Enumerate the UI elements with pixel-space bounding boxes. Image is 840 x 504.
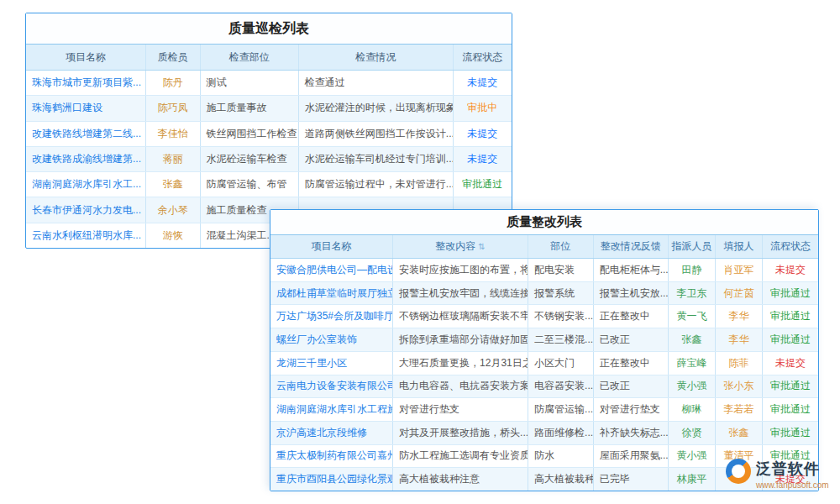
part: 不锈钢安装... <box>528 305 594 328</box>
status-badge: 审批通过 <box>454 172 512 197</box>
part: 防水 <box>528 445 594 468</box>
status-badge: 未提交 <box>763 259 818 281</box>
project-link[interactable]: 万达广场35#会所及咖啡厅空... <box>270 305 393 328</box>
rectify-content: 电力电容器、电抗器安装方案... <box>393 375 528 398</box>
status-badge: 未提交 <box>454 122 512 146</box>
fanpu-logo: 泛普软件 www.fanpusoft.com <box>726 459 829 490</box>
inspector-name: 蒋丽 <box>146 147 201 171</box>
reporter-name: 李华 <box>716 305 763 328</box>
reporter-name: 陈菲 <box>716 352 763 375</box>
column-header-project: 项目名称 <box>26 45 146 70</box>
project-link[interactable]: 重庆市酉阳县公园绿化景观提... <box>270 468 393 491</box>
rectify-content: 对其及开展整改措施，桥头... <box>393 422 528 444</box>
project-link[interactable]: 珠海市城市更新项目紫... <box>26 71 146 95</box>
table-row: 京沪高速北京段维修 对其及开展整改措施，桥头... 路面维修检... 补齐缺失标… <box>270 422 818 445</box>
inspector-name: 陈丹 <box>146 71 201 95</box>
column-header-status: 流程状态 <box>454 45 512 70</box>
column-header-content[interactable]: 整改内容 ⇅ <box>393 235 528 258</box>
fanpu-brand-name: 泛普软件 <box>756 459 829 479</box>
feedback: 屋面采用聚氨... <box>594 445 669 468</box>
project-link[interactable]: 重庆太极制药有限公司嘉州中... <box>270 445 393 468</box>
rectify-content: 高大植被栽种注意 <box>393 468 528 491</box>
part: 小区大门 <box>528 352 594 375</box>
status-badge: 审批中 <box>454 96 512 120</box>
assignee-name: 黄小强 <box>669 375 716 398</box>
rectification-table-header: 项目名称 整改内容 ⇅ 部位 整改情况反馈 指派人员 填报人 流程状态 <box>270 235 818 259</box>
feedback: 配电柜柜体与... <box>594 259 669 281</box>
table-row: 螺丝厂办公室装饰 拆除到承重墙部分请做好加固... 二至三楼混... 已改正 张… <box>270 328 818 352</box>
status-badge: 审批通过 <box>763 375 818 398</box>
table-row: 安徽合肥供电公司—配电设备... 安装时应按施工图的布置，将... 配电安装 配… <box>270 259 818 282</box>
assignee-name: 林康平 <box>669 468 716 491</box>
check-part: 铁丝网围挡工作检查 <box>201 122 299 146</box>
part: 路面维修检... <box>528 422 594 444</box>
column-header-project: 项目名称 <box>270 235 393 258</box>
feedback: 已完毕 <box>594 468 669 491</box>
feedback: 补齐缺失标志... <box>594 422 669 444</box>
column-header-assignee: 指派人员 <box>669 235 716 258</box>
check-part: 施工质量事故 <box>201 96 299 120</box>
check-part: 防腐管运输、布管 <box>201 172 299 197</box>
project-link[interactable]: 成都杜甫草堂临时展厅独立展... <box>270 282 393 305</box>
assignee-name: 李卫东 <box>669 282 716 305</box>
part: 防腐管运输... <box>528 398 594 421</box>
project-link[interactable]: 螺丝厂办公室装饰 <box>270 328 393 351</box>
fanpu-website: www.fanpusoft.com <box>756 480 829 490</box>
check-situation: 水泥砼运输车司机经过专门培训... <box>299 147 454 171</box>
project-link[interactable]: 湖南洞庭湖水库引水工... <box>26 172 146 197</box>
project-link[interactable]: 长春市伊通河水力发电... <box>26 197 146 222</box>
part: 电容器安装... <box>528 375 594 398</box>
inspector-name: 游恢 <box>146 223 201 248</box>
project-link[interactable]: 改建铁路成渝线增建第... <box>26 147 146 171</box>
check-situation: 水泥砼灌注的时候，出现离析现象 <box>299 96 454 120</box>
table-row: 湖南洞庭湖水库引水工... 张鑫 防腐管运输、布管 防腐管运输过程中，未对管进行… <box>26 172 512 197</box>
assignee-name: 张鑫 <box>669 328 716 351</box>
project-link[interactable]: 珠海鹤洲口建设 <box>26 96 146 120</box>
assignee-name: 黄小强 <box>669 445 716 468</box>
project-link[interactable]: 安徽合肥供电公司—配电设备... <box>270 259 393 281</box>
part: 二至三楼混... <box>528 328 594 351</box>
table-row: 云南电力设备安装有限公司20... 电力电容器、电抗器安装方案... 电容器安装… <box>270 375 818 399</box>
rectification-table-body: 安徽合肥供电公司—配电设备... 安装时应按施工图的布置，将... 配电安装 配… <box>270 259 818 491</box>
reporter-name: 何芷茵 <box>716 282 763 305</box>
column-header-feedback: 整改情况反馈 <box>594 235 669 258</box>
assignee-name: 薛宝峰 <box>669 352 716 375</box>
column-header-reporter: 填报人 <box>716 235 763 258</box>
reporter-name: 李华 <box>716 328 763 351</box>
feedback: 已改正 <box>594 328 669 351</box>
column-header-check-part: 检查部位 <box>201 45 299 70</box>
reporter-name: 肖亚军 <box>716 259 763 281</box>
table-row: 万达广场35#会所及咖啡厅空... 不锈钢边框玻璃隔断安装不牢... 不锈钢安装… <box>270 305 818 328</box>
column-header-check-situation: 检查情况 <box>299 45 454 70</box>
rectify-content: 大理石质量更换，12月31日之... <box>393 352 528 375</box>
assignee-name: 柳琳 <box>669 398 716 421</box>
project-link[interactable]: 云南电力设备安装有限公司20... <box>270 375 393 398</box>
column-header-content-label: 整改内容 <box>435 239 475 254</box>
project-link[interactable]: 改建铁路线增建第二线... <box>26 122 146 146</box>
project-link[interactable]: 湖南洞庭湖水库引水工程施工... <box>270 398 393 421</box>
rectify-content: 防水工程施工选调有专业资质... <box>393 445 528 468</box>
table-row: 成都杜甫草堂临时展厅独立展... 报警主机安放牢固，线缆连接... 报警系统 报… <box>270 282 818 306</box>
status-badge: 未提交 <box>454 147 512 171</box>
reporter-name: 李若若 <box>716 398 763 421</box>
feedback: 已改正 <box>594 375 669 398</box>
status-badge: 未提交 <box>763 352 818 375</box>
rectification-table: 质量整改列表 项目名称 整改内容 ⇅ 部位 整改情况反馈 指派人员 填报人 流程… <box>270 209 819 491</box>
table-row: 改建铁路成渝线增建第... 蒋丽 水泥砼运输车检查 水泥砼运输车司机经过专门培训… <box>26 147 512 172</box>
project-link[interactable]: 龙湖三千里小区 <box>270 352 393 375</box>
check-part: 测试 <box>201 71 299 95</box>
inspection-table-header: 项目名称 质检员 检查部位 检查情况 流程状态 <box>26 45 512 71</box>
project-link[interactable]: 京沪高速北京段维修 <box>270 422 393 444</box>
inspector-name: 陈巧凤 <box>146 96 201 120</box>
assignee-name: 田静 <box>669 259 716 281</box>
part: 配电安装 <box>528 259 594 281</box>
part: 高大植被栽种 <box>528 468 594 491</box>
inspector-name: 余小琴 <box>146 197 201 222</box>
sort-icon[interactable]: ⇅ <box>478 242 485 251</box>
rectify-content: 拆除到承重墙部分请做好加固... <box>393 328 528 351</box>
reporter-name: 张小东 <box>716 375 763 398</box>
table-row: 珠海鹤洲口建设 陈巧凤 施工质量事故 水泥砼灌注的时候，出现离析现象 审批中 <box>26 96 512 121</box>
fanpu-logo-icon <box>726 459 751 484</box>
rectify-content: 报警主机安放牢固，线缆连接... <box>393 282 528 305</box>
project-link[interactable]: 云南水利枢纽潜明水库... <box>26 223 146 248</box>
